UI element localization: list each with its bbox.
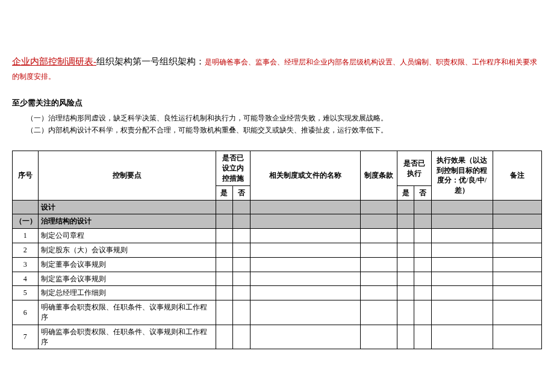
cell-empty xyxy=(233,200,250,214)
cell-empty xyxy=(360,200,397,214)
cell-empty xyxy=(250,243,360,257)
cell-empty xyxy=(360,243,397,257)
table-row: 1制定公司章程 xyxy=(13,229,542,243)
cell-empty xyxy=(414,200,431,214)
th-est-no: 否 xyxy=(233,185,250,200)
cell-empty xyxy=(250,272,360,286)
cell-empty xyxy=(397,200,414,214)
cell-empty xyxy=(414,272,431,286)
cell-empty xyxy=(233,300,250,325)
cell-control: 制定股东（大）会议事规则 xyxy=(38,243,216,257)
cell-no: 5 xyxy=(13,286,39,300)
cell-no: 4 xyxy=(13,272,39,286)
cell-empty xyxy=(233,257,250,272)
cell-empty xyxy=(360,214,397,229)
cell-empty xyxy=(431,272,493,286)
cell-control: 治理结构的设计 xyxy=(38,214,216,229)
cell-empty xyxy=(493,272,541,286)
cell-empty xyxy=(493,243,541,257)
cell-control: 制定公司章程 xyxy=(38,229,216,243)
cell-empty xyxy=(414,229,431,243)
cell-empty xyxy=(493,257,541,272)
cell-empty xyxy=(250,257,360,272)
cell-empty xyxy=(397,214,414,229)
cell-control: 明确董事会职责权限、任职条件、议事规则和工作程序 xyxy=(38,300,216,325)
table-body: 设计（一）治理结构的设计1制定公司章程2制定股东（大）会议事规则3制定董事会议事… xyxy=(13,200,542,349)
cell-control: 明确监事会职责权限、任职条件、议事规则和工作程序 xyxy=(38,325,216,349)
cell-empty xyxy=(216,200,232,214)
cell-empty xyxy=(493,229,541,243)
table-row: 7明确监事会职责权限、任职条件、议事规则和工作程序 xyxy=(13,325,542,349)
cell-empty xyxy=(216,286,232,300)
cell-no: 7 xyxy=(13,325,39,349)
cell-empty xyxy=(250,200,360,214)
cell-empty xyxy=(233,229,250,243)
cell-empty xyxy=(233,286,250,300)
cell-no: 2 xyxy=(13,243,39,257)
cell-empty xyxy=(431,286,493,300)
table-row: 5制定总经理工作细则 xyxy=(13,286,542,300)
cell-empty xyxy=(216,243,232,257)
cell-empty xyxy=(250,286,360,300)
cell-empty xyxy=(216,272,232,286)
cell-empty xyxy=(233,325,250,349)
cell-empty xyxy=(431,325,493,349)
cell-empty xyxy=(414,325,431,349)
cell-empty xyxy=(233,243,250,257)
cell-empty xyxy=(360,300,397,325)
cell-empty xyxy=(360,286,397,300)
cell-no: 1 xyxy=(13,229,39,243)
th-control: 控制要点 xyxy=(38,151,216,200)
cell-empty xyxy=(397,286,414,300)
table-row: 3制定董事会议事规则 xyxy=(13,257,542,272)
table-row: 2制定股东（大）会议事规则 xyxy=(13,243,542,257)
risk-point-1: （一）治理结构形同虚设，缺乏科学决策、良性运行机制和执行力，可能导致企业经营失败… xyxy=(12,112,542,124)
th-clause: 制度条款 xyxy=(360,151,397,200)
cell-empty xyxy=(431,200,493,214)
cell-empty xyxy=(493,200,541,214)
cell-empty xyxy=(493,286,541,300)
cell-empty xyxy=(397,300,414,325)
cell-control: 制定监事会议事规则 xyxy=(38,272,216,286)
cell-empty xyxy=(414,257,431,272)
cell-empty xyxy=(360,325,397,349)
cell-empty xyxy=(397,243,414,257)
cell-control: 制定总经理工作细则 xyxy=(38,286,216,300)
cell-control: 制定董事会议事规则 xyxy=(38,257,216,272)
cell-empty xyxy=(216,300,232,325)
title-red: 企业内部控制调研表- xyxy=(12,57,96,66)
cell-empty xyxy=(216,229,232,243)
th-remark: 备注 xyxy=(493,151,541,200)
cell-empty xyxy=(397,257,414,272)
cell-empty xyxy=(493,300,541,325)
th-exec-no: 否 xyxy=(414,185,431,200)
cell-empty xyxy=(493,325,541,349)
cell-empty xyxy=(414,300,431,325)
cell-empty xyxy=(493,214,541,229)
th-doc: 相关制度或文件的名称 xyxy=(250,151,360,200)
risk-section-title: 至少需关注的风险点 xyxy=(12,98,542,108)
cell-empty xyxy=(397,229,414,243)
cell-empty xyxy=(431,257,493,272)
th-effect: 执行效果（以达到控制目标的程度分：优/良/中/差） xyxy=(431,151,493,200)
cell-empty xyxy=(233,272,250,286)
cell-empty xyxy=(250,214,360,229)
document-title: 企业内部控制调研表-组织架构第一号组织架构：是明确爸事会、监事会、经理层和企业内… xyxy=(12,54,542,83)
control-table: 序号 控制要点 是否已设立内控措施 相关制度或文件的名称 制度条款 是否已执行 … xyxy=(12,151,542,349)
table-row: 6明确董事会职责权限、任职条件、议事规则和工作程序 xyxy=(13,300,542,325)
cell-empty xyxy=(250,325,360,349)
cell-empty xyxy=(397,325,414,349)
cell-control: 设计 xyxy=(38,200,216,214)
cell-empty xyxy=(414,214,431,229)
table-row: 4制定监事会议事规则 xyxy=(13,272,542,286)
cell-empty xyxy=(431,229,493,243)
cell-empty xyxy=(233,214,250,229)
th-no: 序号 xyxy=(13,151,39,200)
cell-empty xyxy=(414,286,431,300)
cell-no: 3 xyxy=(13,257,39,272)
cell-empty xyxy=(397,272,414,286)
risk-point-2: （二）内部机构设计不科学，权责分配不合理，可能导致机构重叠、职能交叉或缺失、推诿… xyxy=(12,124,542,136)
cell-empty xyxy=(216,257,232,272)
cell-empty xyxy=(250,300,360,325)
title-black: 组织架构第一号组织架构： xyxy=(96,57,205,66)
